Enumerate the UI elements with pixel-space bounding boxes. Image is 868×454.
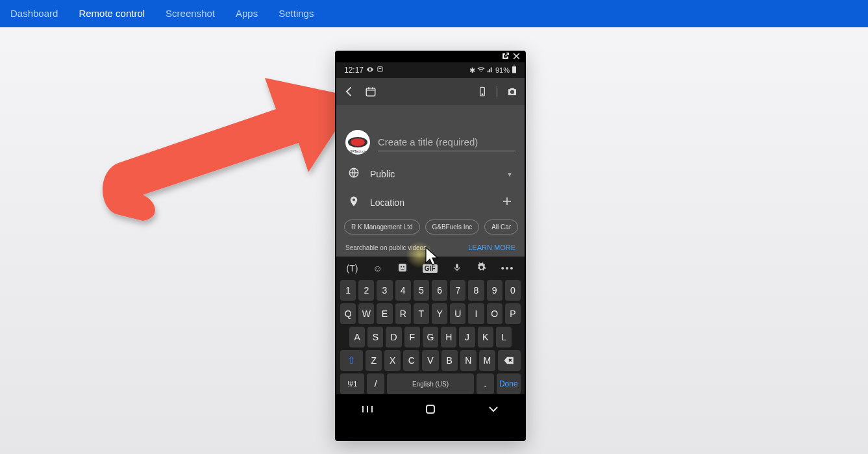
- svg-rect-7: [399, 264, 406, 271]
- key-space[interactable]: English (US): [387, 373, 474, 394]
- key-f[interactable]: F: [404, 327, 420, 347]
- key-x[interactable]: X: [384, 350, 401, 371]
- popout-icon[interactable]: [501, 52, 510, 62]
- kb-more-icon[interactable]: •••: [501, 263, 515, 273]
- key-r[interactable]: R: [395, 303, 411, 324]
- key-2[interactable]: 2: [358, 280, 374, 301]
- key-3[interactable]: 3: [377, 280, 392, 301]
- calendar-icon[interactable]: [365, 86, 377, 97]
- avatar[interactable]: URTech.ca: [345, 130, 370, 155]
- status-time: 12:17: [344, 66, 364, 75]
- tab-remote-control[interactable]: Remote control: [68, 0, 155, 27]
- avatar-label: URTech.ca: [350, 149, 366, 153]
- visibility-label: Public: [370, 169, 496, 179]
- switch-camera-icon[interactable]: [506, 86, 518, 97]
- key-done[interactable]: Done: [497, 373, 521, 394]
- nav-recents[interactable]: [358, 399, 377, 419]
- key-u[interactable]: U: [450, 303, 465, 324]
- key-p[interactable]: P: [505, 303, 521, 324]
- key-a[interactable]: A: [349, 327, 365, 347]
- key-1[interactable]: 1: [340, 280, 356, 301]
- key-v[interactable]: V: [422, 350, 438, 371]
- key-4[interactable]: 4: [395, 280, 411, 301]
- separator: [497, 86, 497, 97]
- kb-sticker-icon[interactable]: [397, 262, 408, 275]
- app-content: URTech.ca Public ▼ Location R K Manageme…: [336, 105, 525, 257]
- kb-mic-icon[interactable]: [453, 263, 462, 274]
- nav-back[interactable]: [484, 399, 503, 419]
- kb-text-icon[interactable]: (T): [347, 263, 358, 273]
- key-0[interactable]: 0: [505, 280, 521, 301]
- tab-dashboard[interactable]: Dashboard: [0, 0, 68, 27]
- svg-point-8: [401, 266, 402, 267]
- visibility-row[interactable]: Public ▼: [336, 160, 525, 188]
- key-m[interactable]: M: [479, 350, 495, 371]
- key-8[interactable]: 8: [468, 280, 484, 301]
- svg-rect-3: [366, 88, 375, 96]
- key-5[interactable]: 5: [414, 280, 429, 301]
- add-location-icon[interactable]: [501, 195, 513, 210]
- key-d[interactable]: D: [386, 327, 401, 347]
- title-input[interactable]: [378, 133, 515, 151]
- location-chips: R K Management Ltd G&BFuels Inc All Car: [336, 217, 525, 240]
- location-row[interactable]: Location: [336, 188, 525, 217]
- phone-portrait-icon[interactable]: [477, 86, 488, 97]
- key-9[interactable]: 9: [487, 280, 502, 301]
- key-i[interactable]: I: [468, 303, 484, 324]
- kb-gif-icon[interactable]: GIF: [423, 264, 438, 273]
- tab-settings[interactable]: Settings: [268, 0, 324, 27]
- battery-text: 91%: [495, 66, 510, 74]
- key-t[interactable]: T: [414, 303, 429, 324]
- app-bar: [336, 78, 525, 105]
- key-period[interactable]: .: [477, 373, 494, 394]
- kb-gear-icon[interactable]: [477, 262, 486, 274]
- chevron-down-icon: ▼: [506, 171, 513, 178]
- key-7[interactable]: 7: [450, 280, 465, 301]
- annotation-arrow: [84, 65, 370, 236]
- key-q[interactable]: Q: [340, 303, 356, 324]
- back-icon[interactable]: [343, 85, 356, 98]
- key-k[interactable]: K: [478, 327, 493, 347]
- eye-icon: [366, 66, 374, 75]
- key-e[interactable]: E: [377, 303, 392, 324]
- kb-emoji-icon[interactable]: ☺: [373, 263, 382, 273]
- chip-1[interactable]: G&BFuels Inc: [425, 220, 480, 234]
- chip-2[interactable]: All Car: [484, 220, 518, 234]
- learn-more-link[interactable]: LEARN MORE: [468, 244, 515, 251]
- key-y[interactable]: Y: [432, 303, 447, 324]
- close-icon[interactable]: [512, 52, 521, 62]
- top-nav-bar: Dashboard Remote control Screenshot Apps…: [0, 0, 868, 27]
- key-n[interactable]: N: [460, 350, 477, 371]
- svg-point-9: [403, 266, 404, 267]
- phone-status-bar: 12:17 ✱ 91%: [336, 62, 525, 78]
- svg-rect-2: [514, 66, 515, 66]
- battery-icon: [512, 66, 517, 75]
- key-z[interactable]: Z: [366, 350, 382, 371]
- svg-point-5: [482, 94, 482, 94]
- location-label: Location: [370, 197, 491, 208]
- signal-icon: [487, 66, 493, 74]
- tab-apps[interactable]: Apps: [225, 0, 268, 27]
- key-symbols[interactable]: !#1: [340, 373, 364, 394]
- key-c[interactable]: C: [403, 350, 419, 371]
- soft-keyboard: (T) ☺ GIF ••• 1234567890 QWERTYUIOP ASDF…: [336, 257, 525, 394]
- android-nav-bar: [336, 397, 525, 422]
- key-j[interactable]: J: [459, 327, 475, 347]
- key-s[interactable]: S: [367, 327, 383, 347]
- svg-rect-10: [427, 405, 434, 413]
- key-shift[interactable]: ⇧: [340, 350, 363, 371]
- key-g[interactable]: G: [423, 327, 438, 347]
- chip-0[interactable]: R K Management Ltd: [344, 220, 420, 234]
- globe-icon: [348, 167, 360, 181]
- key-o[interactable]: O: [487, 303, 502, 324]
- key-w[interactable]: W: [358, 303, 374, 324]
- key-6[interactable]: 6: [432, 280, 447, 301]
- nav-home[interactable]: [421, 399, 440, 419]
- searchable-note: Searchable on public videos.: [345, 244, 428, 251]
- key-slash[interactable]: /: [367, 373, 384, 394]
- key-l[interactable]: L: [496, 327, 512, 347]
- key-backspace[interactable]: [498, 350, 521, 371]
- key-h[interactable]: H: [441, 327, 456, 347]
- tab-screenshot[interactable]: Screenshot: [155, 0, 225, 27]
- key-b[interactable]: B: [441, 350, 458, 371]
